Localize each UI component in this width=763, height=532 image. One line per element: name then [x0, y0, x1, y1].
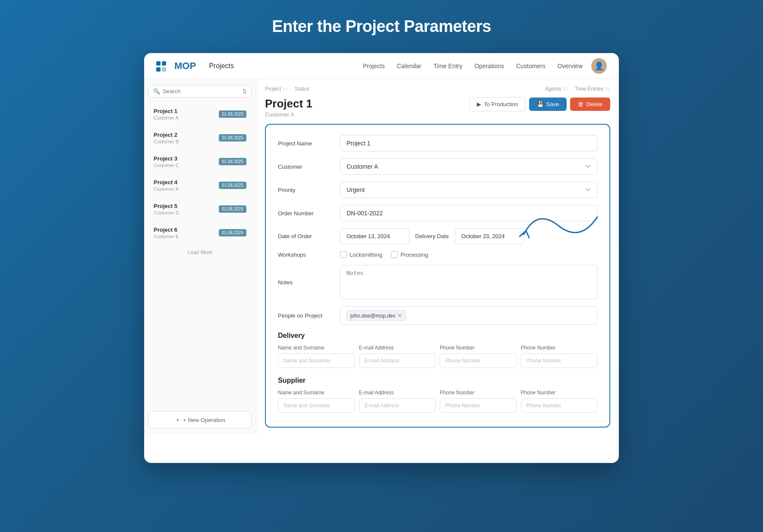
locksmithing-checkbox[interactable] — [340, 251, 347, 258]
date-of-order-label: Date of Order — [278, 233, 334, 239]
delivery-col-phone1: Phone Number — [440, 345, 517, 368]
logo-text: MOP — [174, 60, 196, 72]
people-row: People on Project john.doe@mop.dev ✕ — [278, 306, 597, 325]
project-subtitle: Customer A — [265, 111, 312, 118]
main-content: Project ↑↓ Status Agents ↑↓ Time Entries… — [256, 79, 619, 434]
sidebar: 🔍 ⇅ Project 1 Customer A 01.08.2025 Proj… — [144, 79, 256, 434]
date-of-order-input[interactable] — [340, 228, 409, 244]
avatar[interactable]: 👤 — [591, 58, 607, 74]
filter-project[interactable]: Project ↑↓ — [265, 86, 288, 92]
nav-link-customers[interactable]: Customers — [516, 63, 545, 69]
delivery-date-label: Delivery Date — [415, 233, 449, 239]
sidebar-item-project3[interactable]: Project 3 Customer C 01.08.2025 — [148, 151, 252, 172]
sidebar-item-project4[interactable]: Project 4 Customer A 01.08.2025 — [148, 175, 252, 196]
customer-row: Customer Customer A Customer B Customer … — [278, 158, 597, 175]
project-main-title: Project 1 — [265, 97, 312, 110]
production-icon: ▶ — [477, 101, 481, 107]
delivery-col-email: E-mail Address — [359, 345, 436, 368]
project-name-label: Project Name — [278, 140, 334, 147]
filter-agents[interactable]: Agents ↑↓ — [545, 86, 568, 92]
supplier-phone2-input[interactable] — [521, 398, 598, 413]
supplier-col-email: E-mail Address — [359, 390, 436, 413]
sidebar-item-project1[interactable]: Project 1 Customer A 01.08.2025 — [148, 104, 252, 125]
top-nav: MOP Projects Projects Calendar Time Entr… — [144, 53, 619, 79]
supplier-col-name: Name and Surname — [278, 390, 355, 413]
nav-section-label: Projects — [209, 62, 234, 70]
content-area: 🔍 ⇅ Project 1 Customer A 01.08.2025 Proj… — [144, 79, 619, 434]
priority-row: Priority Urgent Normal Low — [278, 182, 597, 198]
filter-status[interactable]: Status — [295, 86, 309, 92]
delivery-col-name: Name and Surname — [278, 345, 355, 368]
tag-close-icon[interactable]: ✕ — [397, 312, 402, 319]
sidebar-item-project6[interactable]: Project 6 Customer E 01.08.2025 — [148, 222, 252, 243]
workshops-label: Workshops — [278, 252, 334, 258]
decorative-arrow — [511, 200, 606, 256]
project-name-row: Project Name — [278, 135, 597, 151]
customer-select[interactable]: Customer A Customer B Customer C — [340, 158, 597, 175]
nav-link-calendar[interactable]: Calendar — [397, 63, 421, 69]
notes-row: Notes — [278, 265, 597, 299]
search-icon: 🔍 — [153, 88, 160, 94]
delete-icon: 🗑 — [578, 101, 583, 107]
supplier-col-phone2: Phone Number — [521, 390, 598, 413]
customer-label: Customer — [278, 164, 334, 170]
order-number-label: Order Number — [278, 210, 334, 217]
save-icon: 💾 — [537, 101, 544, 107]
delivery-section-title: Delivery — [278, 332, 597, 340]
header-actions: ▶ To Production 💾 Save 🗑 Delete — [470, 97, 610, 111]
delivery-email-input[interactable] — [359, 353, 436, 368]
form-card: Project Name Customer Customer A Custome… — [265, 124, 610, 428]
nav-link-operations[interactable]: Operations — [474, 63, 504, 69]
delete-button[interactable]: 🗑 Delete — [570, 98, 610, 111]
to-production-button[interactable]: ▶ To Production — [470, 97, 526, 111]
notes-textarea[interactable] — [340, 265, 597, 299]
notes-label: Notes — [278, 279, 334, 286]
priority-label: Priority — [278, 187, 334, 193]
supplier-email-input[interactable] — [359, 398, 436, 413]
people-label: People on Project — [278, 312, 334, 319]
delivery-phone2-input[interactable] — [521, 353, 598, 368]
supplier-col-phone1: Phone Number — [440, 390, 517, 413]
project-header: Project 1 Customer A ▶ To Production 💾 S… — [265, 97, 610, 118]
sidebar-item-project2[interactable]: Project 2 Customer B 01.08.2025 — [148, 127, 252, 148]
people-input-area[interactable]: john.doe@mop.dev ✕ — [340, 306, 597, 325]
delivery-name-input[interactable] — [278, 353, 355, 368]
sort-icon[interactable]: ⇅ — [242, 88, 247, 94]
nav-link-overview[interactable]: Overview — [558, 63, 583, 69]
nav-links: Projects Calendar Time Entry Operations … — [363, 63, 583, 69]
new-operation-button[interactable]: ＋ + New Operation — [148, 411, 252, 428]
workshop-processing[interactable]: Processing — [391, 251, 428, 258]
people-tag: john.doe@mop.dev ✕ — [347, 310, 406, 321]
search-bar: 🔍 ⇅ — [148, 85, 252, 98]
processing-checkbox[interactable] — [391, 251, 398, 258]
search-input[interactable] — [163, 88, 240, 94]
supplier-section-title: Supplier — [278, 377, 597, 384]
priority-select[interactable]: Urgent Normal Low — [340, 182, 597, 198]
plus-icon: ＋ — [175, 416, 180, 424]
logo-icon — [156, 61, 170, 71]
app-window: MOP Projects Projects Calendar Time Entr… — [144, 53, 619, 463]
delivery-phone1-input[interactable] — [440, 353, 517, 368]
sidebar-item-project5[interactable]: Project 5 Customer D 01.08.2025 — [148, 198, 252, 220]
save-button[interactable]: 💾 Save — [529, 98, 567, 111]
nav-link-time-entry[interactable]: Time Entry — [433, 63, 462, 69]
filter-time-entries[interactable]: Time Entries ↑↓ — [575, 86, 610, 92]
page-title: Enter the Project Parameters — [272, 17, 491, 36]
supplier-phone1-input[interactable] — [440, 398, 517, 413]
load-more-link[interactable]: Load More — [148, 249, 252, 255]
delivery-col-phone2: Phone Number — [521, 345, 598, 368]
project-name-input[interactable] — [340, 135, 597, 151]
logo-area: MOP — [156, 60, 196, 72]
workshop-locksmithing[interactable]: Locksmithing — [340, 251, 382, 258]
supplier-name-input[interactable] — [278, 398, 355, 413]
nav-link-projects[interactable]: Projects — [363, 63, 385, 69]
filter-bar: Project ↑↓ Status Agents ↑↓ Time Entries… — [265, 86, 610, 92]
